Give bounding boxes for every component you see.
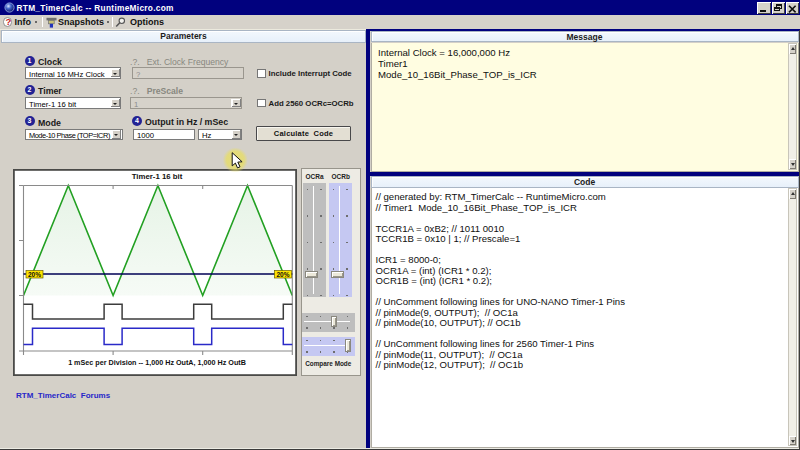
svg-text:1 mSec per Division -- 1,000 H: 1 mSec per Division -- 1,000 Hz OutA, 1,…: [68, 358, 246, 367]
svg-text:20%: 20%: [28, 271, 41, 278]
svg-text:Timer-1 16 bit: Timer-1 16 bit: [132, 172, 183, 181]
svg-text:20%: 20%: [276, 271, 289, 278]
